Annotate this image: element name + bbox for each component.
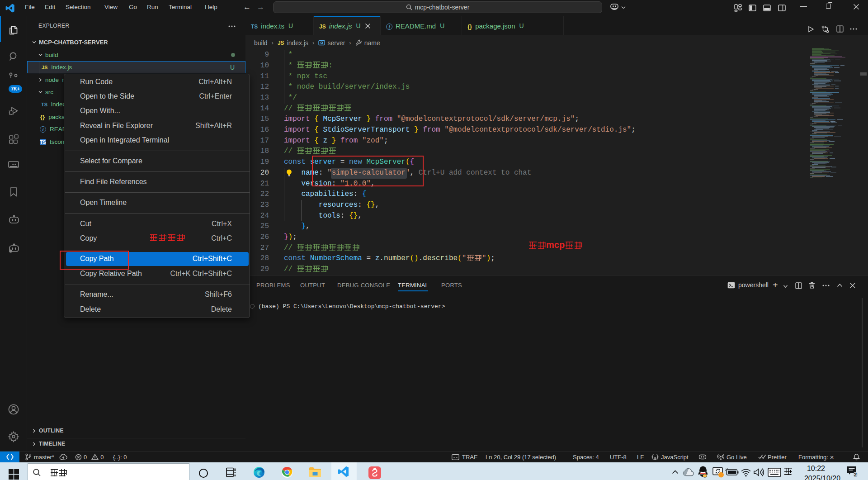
svg-text:2: 2	[854, 472, 857, 477]
